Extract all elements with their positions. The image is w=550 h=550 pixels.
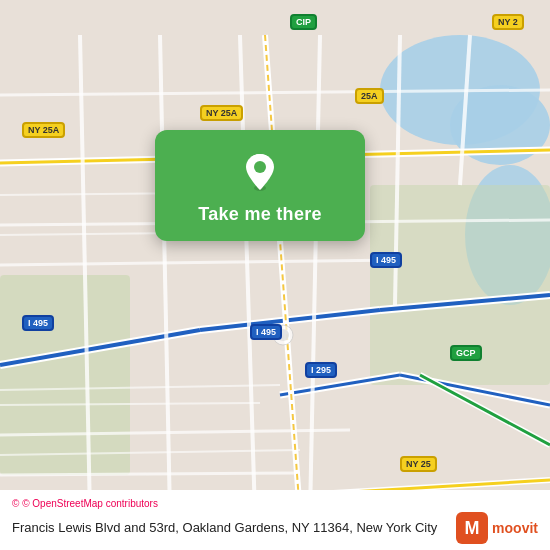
- attribution: © © OpenStreetMap contributors: [12, 498, 538, 509]
- road-badge-ny25a-left: NY 25A: [22, 122, 65, 138]
- road-badge-i495-mid: I 495: [370, 252, 402, 268]
- location-pin-icon: [238, 150, 282, 194]
- svg-line-18: [420, 375, 550, 445]
- address-text: Francis Lewis Blvd and 53rd, Oakland Gar…: [12, 520, 456, 537]
- svg-line-33: [0, 233, 180, 235]
- svg-rect-3: [0, 275, 130, 475]
- action-card[interactable]: Take me there: [155, 130, 365, 241]
- road-badge-25a-right: 25A: [355, 88, 384, 104]
- svg-line-24: [310, 35, 320, 515]
- road-badge-cip: CIP: [290, 14, 317, 30]
- moovit-logo: M moovit: [456, 512, 538, 544]
- svg-line-22: [160, 35, 170, 515]
- road-badge-ny25a-mid: NY 25A: [200, 105, 243, 121]
- moovit-label: moovit: [492, 520, 538, 536]
- copyright-symbol: ©: [12, 498, 19, 509]
- svg-line-10: [200, 310, 380, 330]
- svg-line-29: [0, 260, 400, 265]
- svg-text:M: M: [465, 518, 480, 538]
- road-badge-ny2: NY 2: [492, 14, 524, 30]
- attribution-text: © OpenStreetMap contributors: [22, 498, 158, 509]
- take-me-there-button[interactable]: Take me there: [198, 204, 322, 225]
- road-badge-ny25-right: NY 25: [400, 456, 437, 472]
- road-badge-i295: I 295: [305, 362, 337, 378]
- road-badge-i495-left: I 495: [22, 315, 54, 331]
- moovit-icon: M: [456, 512, 488, 544]
- map-roads: [0, 0, 550, 550]
- road-badge-gcp: GCP: [450, 345, 482, 361]
- svg-point-43: [254, 161, 266, 173]
- address-row: Francis Lewis Blvd and 53rd, Oakland Gar…: [12, 512, 538, 544]
- svg-line-31: [0, 473, 300, 475]
- map-container: NY 25A NY 25A 25A I 495 I 495 I 495 I 29…: [0, 0, 550, 550]
- road-badge-i495-bottom: I 495: [250, 324, 282, 340]
- bottom-bar: © © OpenStreetMap contributors Francis L…: [0, 490, 550, 550]
